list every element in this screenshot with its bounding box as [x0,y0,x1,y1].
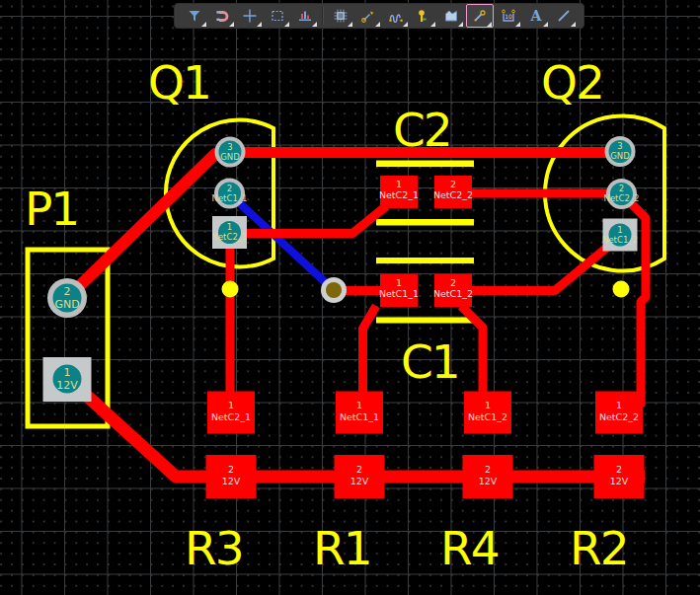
text-tool-button[interactable]: A [523,5,549,27]
svg-text:GND: GND [220,152,240,162]
label-r3[interactable]: R3 [185,521,243,575]
svg-text:2: 2 [450,277,456,288]
svg-text:1: 1 [64,366,71,379]
pad-c2-1[interactable]: 1 NetC2_1 [379,176,419,208]
crosshair-icon [242,8,258,24]
pad-p1-2[interactable]: 2 GND [47,278,87,318]
pcb-editor-window: Q1 Q2 C2 P1 C1 R3 R1 R4 R2 [0,0,700,595]
svg-text:NetC2_2: NetC2_2 [599,411,639,422]
svg-text:NetC1_1: NetC1_1 [212,193,248,203]
key-button[interactable] [411,5,436,27]
c2-silk-bar-bottom[interactable] [376,219,474,226]
testpoint-left[interactable] [222,281,239,298]
pad-c1-1[interactable]: 1 NetC1_1 [379,274,419,307]
svg-text:2: 2 [485,464,491,475]
filter-button[interactable] [182,5,207,27]
trace-netc1-2-upper[interactable] [471,236,621,291]
c2-silk-bar-top[interactable] [376,161,474,168]
pad-c2-2[interactable]: 2 NetC2_2 [433,176,473,208]
testpoint-right[interactable] [613,281,630,298]
svg-text:12V: 12V [56,379,78,392]
label-q1[interactable]: Q1 [148,55,210,110]
label-q2[interactable]: Q2 [541,55,603,110]
c1-silk-bar-bottom[interactable] [376,318,474,324]
pad-r1-2[interactable]: 2 12V [335,455,385,498]
pad-q1-3[interactable]: 3 GND [215,137,246,168]
label-r4[interactable]: R4 [440,521,499,575]
pcb-objects: Q1 Q2 C2 P1 C1 R3 R1 R4 R2 [0,0,700,595]
pad-r4-1[interactable]: 1 NetC1_2 [464,392,511,434]
svg-text:3: 3 [617,141,622,151]
line-tool-icon [556,8,572,24]
layer-stats-button[interactable] [292,5,318,27]
selection-box-icon [270,8,285,24]
svg-text:2: 2 [450,179,456,189]
svg-text:2: 2 [227,184,232,193]
svg-text:1: 1 [356,400,362,410]
svg-text:NetC1_1: NetC1_1 [340,411,379,422]
svg-text:NetC1_2: NetC1_2 [433,288,473,299]
component-place-button[interactable] [328,5,353,27]
svg-text:12V: 12V [479,476,498,486]
svg-text:2: 2 [356,464,362,475]
svg-text:GND: GND [610,151,630,161]
pad-q1-1[interactable]: 1 NetC2_1 [212,216,248,249]
trace-tool-button[interactable] [466,4,494,28]
svg-text:1: 1 [396,277,402,288]
svg-text:3: 3 [227,142,232,152]
pad-p1-1[interactable]: 1 12V [43,357,92,402]
dimension-icon: 10 [501,8,516,24]
svg-text:2: 2 [619,184,624,193]
magnet-snap-button[interactable] [209,5,235,27]
via[interactable] [321,277,347,303]
text-tool-icon: A [528,8,544,24]
svg-text:A: A [530,8,543,24]
label-c1[interactable]: C1 [401,335,459,389]
label-r1[interactable]: R1 [313,521,371,575]
svg-text:1: 1 [228,400,234,410]
svg-text:NetC2_2: NetC2_2 [604,193,640,203]
length-tuning-button[interactable] [383,5,409,27]
svg-text:12V: 12V [350,476,369,486]
svg-text:NetC1_1: NetC1_1 [379,288,419,299]
pad-q2-1[interactable]: 1 NetC1_2 [602,219,638,252]
svg-text:2: 2 [228,464,234,475]
magnet-snap-icon [214,8,230,24]
pad-c1-2[interactable]: 2 NetC1_2 [433,274,473,307]
toolbar-separator [322,7,324,25]
trace-tool-icon [472,8,488,24]
selection-box-button[interactable] [265,5,290,27]
pad-q2-3[interactable]: 3 GND [605,136,636,167]
pad-r3-1[interactable]: 1 NetC2_1 [207,392,255,434]
length-tuning-icon [388,8,404,24]
svg-text:12V: 12V [222,476,241,486]
svg-text:NetC1_2: NetC1_2 [602,235,638,245]
pad-r1-1[interactable]: 1 NetC1_1 [336,392,383,434]
label-r2[interactable]: R2 [570,521,628,575]
layer-stats-icon [297,8,313,24]
svg-text:12V: 12V [610,476,629,486]
svg-text:1: 1 [616,400,622,410]
pad-r4-2[interactable]: 2 12V [463,455,513,498]
svg-text:NetC2_1: NetC2_1 [379,189,419,200]
line-tool-button[interactable] [551,5,577,27]
trace-gnd-diagonal[interactable] [67,153,230,298]
svg-text:1: 1 [227,222,232,232]
svg-text:GND: GND [54,298,79,311]
c1-silk-bar-top[interactable] [376,258,474,263]
pad-r2-2[interactable]: 2 12V [594,455,645,498]
polygon-pour-button[interactable] [438,5,464,27]
svg-text:1: 1 [396,179,402,189]
floating-toolbar: 10 A [174,3,584,29]
pcb-canvas[interactable]: Q1 Q2 C2 P1 C1 R3 R1 R4 R2 [0,0,700,595]
crosshair-button[interactable] [237,5,263,27]
interactive-route-button[interactable] [355,5,381,27]
label-p1[interactable]: P1 [25,182,78,236]
svg-text:2: 2 [64,285,71,298]
pad-r3-2[interactable]: 2 12V [206,455,257,498]
filter-icon [187,8,202,24]
pad-r2-1[interactable]: 1 NetC2_2 [595,392,643,434]
dimension-button[interactable]: 10 [496,5,521,27]
svg-text:NetC2_1: NetC2_1 [212,232,248,242]
interactive-route-icon [360,8,376,24]
